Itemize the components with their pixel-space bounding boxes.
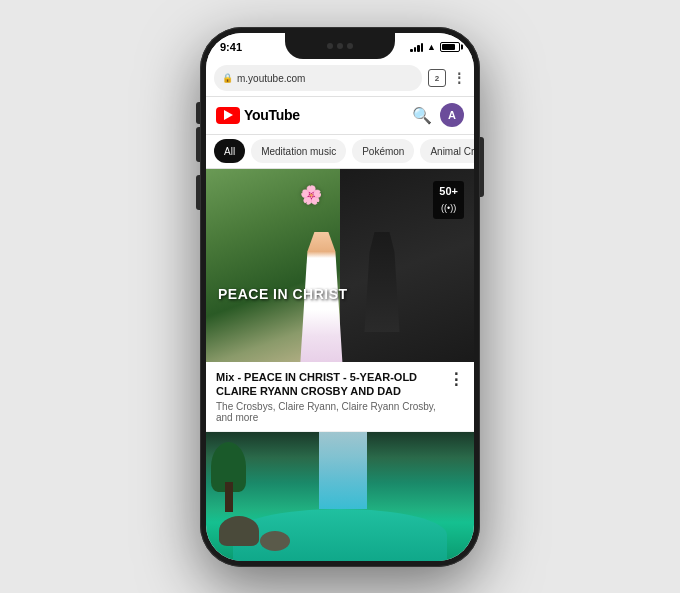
video-thumbnail-1[interactable]: 🌸 PEACE IN CHRIST 50+ ((•)) [206, 169, 474, 362]
youtube-logo-text: YouTube [244, 107, 300, 123]
flowers-decoration: 🌸 [300, 184, 322, 206]
playlist-badge: 50+ ((•)) [433, 181, 464, 219]
tree-left [211, 442, 246, 512]
notch-dot [337, 43, 343, 49]
video-info-1: Mix - PEACE IN CHRIST - 5-YEAR-OLD CLAIR… [216, 370, 440, 423]
video-title-1: Mix - PEACE IN CHRIST - 5-YEAR-OLD CLAIR… [216, 370, 440, 399]
categories-bar: All Meditation music Pokémon Animal Cros… [206, 135, 474, 169]
lock-icon: 🔒 [222, 73, 233, 83]
phone-screen: 9:41 ▲ 🔒 m. [206, 33, 474, 561]
playlist-count: 50+ [439, 185, 458, 197]
youtube-icon [216, 107, 240, 124]
phone-mockup: 9:41 ▲ 🔒 m. [200, 27, 480, 567]
user-avatar[interactable]: A [440, 103, 464, 127]
notch-dot [327, 43, 333, 49]
browser-bar[interactable]: 🔒 m.youtube.com 2 ⋮ [206, 61, 474, 97]
category-meditation[interactable]: Meditation music [251, 139, 346, 163]
video-channel-1: The Crosbys, Claire Ryann, Claire Ryann … [216, 401, 440, 423]
volume-down-button [196, 175, 200, 210]
wifi-icon: ▲ [427, 42, 436, 52]
youtube-header: YouTube 🔍 A [206, 97, 474, 135]
browser-more-button[interactable]: ⋮ [452, 70, 466, 86]
status-time: 9:41 [220, 41, 242, 53]
volume-up-button [196, 127, 200, 162]
notch-dots [327, 43, 353, 49]
playlist-symbol: ((•)) [441, 203, 456, 213]
category-all[interactable]: All [214, 139, 245, 163]
play-triangle-icon [224, 110, 233, 120]
url-bar[interactable]: 🔒 m.youtube.com [214, 65, 422, 91]
video-meta-1: Mix - PEACE IN CHRIST - 5-YEAR-OLD CLAIR… [206, 362, 474, 432]
status-icons: ▲ [410, 42, 460, 52]
video-overlay-text: PEACE IN CHRIST [218, 286, 348, 302]
notch-dot [347, 43, 353, 49]
video-thumbnail-2[interactable] [206, 432, 474, 561]
signal-icon [410, 42, 423, 52]
category-animal-cross[interactable]: Animal Cross [420, 139, 474, 163]
url-text: m.youtube.com [237, 73, 305, 84]
water-stream [319, 432, 367, 509]
rock-left [219, 516, 259, 546]
main-content: 🌸 PEACE IN CHRIST 50+ ((•)) Mix [206, 169, 474, 561]
battery-fill [442, 44, 455, 50]
battery-icon [440, 42, 460, 52]
tabs-button[interactable]: 2 [428, 69, 446, 87]
notch [285, 33, 395, 59]
youtube-logo[interactable]: YouTube [216, 107, 300, 124]
rock-right [260, 531, 290, 551]
search-icon[interactable]: 🔍 [412, 106, 432, 125]
video-more-button-1[interactable]: ⋮ [440, 370, 464, 389]
waterfall-visual [206, 432, 474, 561]
silent-button [196, 102, 200, 124]
category-pokemon[interactable]: Pokémon [352, 139, 414, 163]
